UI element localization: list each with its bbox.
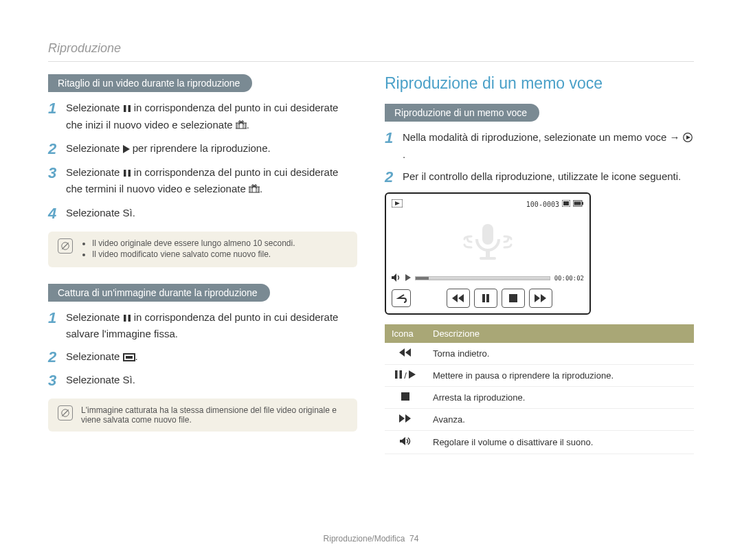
step-text: Selezionate Sì.: [66, 205, 135, 221]
scissors-film-icon: [236, 119, 247, 135]
table-row: Arresta la riproduzione.: [385, 387, 694, 409]
step-number: 2: [48, 141, 59, 157]
step-number: 4: [48, 205, 59, 222]
svg-marker-31: [686, 135, 690, 139]
step-4: 4 Selezionate Sì.: [48, 205, 357, 222]
svg-rect-47: [486, 294, 489, 302]
svg-rect-37: [582, 202, 583, 205]
step-text: Selezionate: [66, 350, 123, 362]
play-circle-icon: [683, 131, 693, 147]
rewind-button[interactable]: [447, 289, 470, 308]
step-number: 2: [48, 349, 59, 366]
page-footer: Riproduzione/Modifica 74: [0, 534, 742, 544]
table-cell: Mettere in pausa o riprendere la riprodu…: [426, 365, 694, 387]
svg-rect-56: [401, 392, 409, 401]
svg-rect-40: [486, 249, 490, 257]
playback-time: 00:00:02: [554, 275, 584, 282]
step-number: 1: [48, 100, 59, 117]
pause-button[interactable]: [474, 289, 497, 308]
file-number: 100-0003: [526, 201, 559, 208]
svg-marker-33: [395, 201, 400, 205]
svg-marker-45: [458, 294, 464, 302]
step-text: per riprendere la riproduzione.: [133, 142, 271, 154]
step-text: Selezionate Sì.: [66, 372, 135, 388]
svg-marker-59: [400, 437, 405, 445]
table-cell: Avanza.: [426, 409, 694, 431]
svg-marker-52: [405, 348, 411, 357]
step-text: Nella modalità di riproduzione, selezion…: [403, 131, 683, 143]
svg-marker-42: [392, 273, 396, 282]
footer-label: Riproduzione/Modifica: [324, 534, 405, 544]
step-number: 3: [48, 372, 59, 389]
svg-marker-49: [535, 294, 540, 302]
step-1: 1 Selezionate in corrispondenza del punt…: [48, 100, 357, 134]
back-button[interactable]: [392, 289, 411, 307]
section-header: Riproduzione: [48, 41, 694, 62]
svg-rect-0: [124, 105, 126, 112]
svg-marker-50: [541, 294, 546, 302]
svg-marker-51: [399, 348, 405, 357]
table-row: / Mettere in pausa o riprendere la ripro…: [385, 365, 694, 387]
pause-icon: [123, 102, 131, 117]
pause-icon: [395, 370, 402, 381]
step-2: 2 Selezionate per riprendere la riproduz…: [48, 141, 357, 158]
icon-table: Icona Descrizione Torna indietro. / Mett…: [385, 324, 694, 454]
rewind-icon: [399, 348, 412, 359]
svg-rect-13: [128, 170, 131, 177]
svg-marker-57: [399, 414, 405, 423]
table-row: Regolare il volume o disattivare il suon…: [385, 431, 694, 454]
svg-rect-54: [399, 370, 402, 379]
pill-cattura: Cattura di un'immagine durante la riprod…: [48, 284, 270, 302]
progress-bar[interactable]: [415, 276, 550, 280]
microphone-icon: [447, 219, 529, 267]
step-text: Selezionate: [66, 166, 123, 178]
pause-icon: [123, 311, 131, 327]
svg-rect-41: [480, 257, 496, 260]
svg-marker-44: [452, 294, 458, 302]
table-row: Torna indietro.: [385, 343, 694, 365]
svg-rect-48: [509, 294, 517, 302]
page-title: Riproduzione di un memo voce: [385, 74, 694, 93]
footer-page: 74: [409, 534, 418, 544]
svg-rect-28: [126, 356, 133, 359]
svg-marker-11: [123, 145, 130, 153]
note-text: Il video modificato viene salvato come n…: [92, 249, 295, 259]
table-cell: Regolare il volume o disattivare il suon…: [426, 431, 694, 454]
play-icon[interactable]: [405, 274, 411, 282]
film-capture-icon: [123, 350, 135, 366]
svg-marker-55: [409, 370, 416, 379]
svg-rect-39: [482, 224, 493, 245]
svg-rect-53: [395, 370, 398, 379]
table-row: Avanza.: [385, 409, 694, 431]
step-3: 3 Selezionate in corrispondenza del punt…: [48, 165, 357, 199]
table-cell: Arresta la riproduzione.: [426, 387, 694, 409]
svg-marker-58: [405, 414, 411, 423]
step-number: 1: [385, 130, 396, 146]
memory-icon: [562, 200, 570, 208]
battery-icon: [573, 200, 584, 208]
svg-rect-46: [482, 294, 485, 302]
pill-memo: Riproduzione di un memo voce: [385, 104, 539, 122]
svg-marker-43: [405, 274, 411, 281]
step-text: Per il controllo della riproduzione, uti…: [403, 169, 681, 185]
step-text: Selezionate: [66, 102, 123, 113]
note-icon: [58, 405, 73, 421]
stop-button[interactable]: [502, 289, 525, 308]
volume-icon[interactable]: [392, 273, 401, 283]
note-box: Il video originale deve essere lungo alm…: [48, 232, 357, 267]
capture-step-1: 1 Selezionate in corrispondenza del punt…: [48, 310, 357, 342]
forward-icon: [399, 414, 412, 425]
svg-rect-38: [574, 202, 581, 205]
table-cell: Torna indietro.: [426, 343, 694, 365]
volume-icon: [400, 438, 411, 448]
table-header-descrizione: Descrizione: [426, 324, 694, 343]
capture-step-2: 2 Selezionate .: [48, 349, 357, 366]
step-number: 1: [48, 310, 59, 326]
pill-ritaglio: Ritaglio di un video durante la riproduz…: [48, 74, 252, 92]
step-number: 2: [385, 169, 396, 186]
right-column: Riproduzione di un memo voce Riproduzion…: [385, 74, 694, 454]
play-icon: [409, 370, 416, 381]
svg-rect-12: [124, 170, 126, 177]
forward-button[interactable]: [529, 289, 552, 308]
memo-step-2: 2 Per il controllo della riproduzione, u…: [385, 169, 694, 186]
